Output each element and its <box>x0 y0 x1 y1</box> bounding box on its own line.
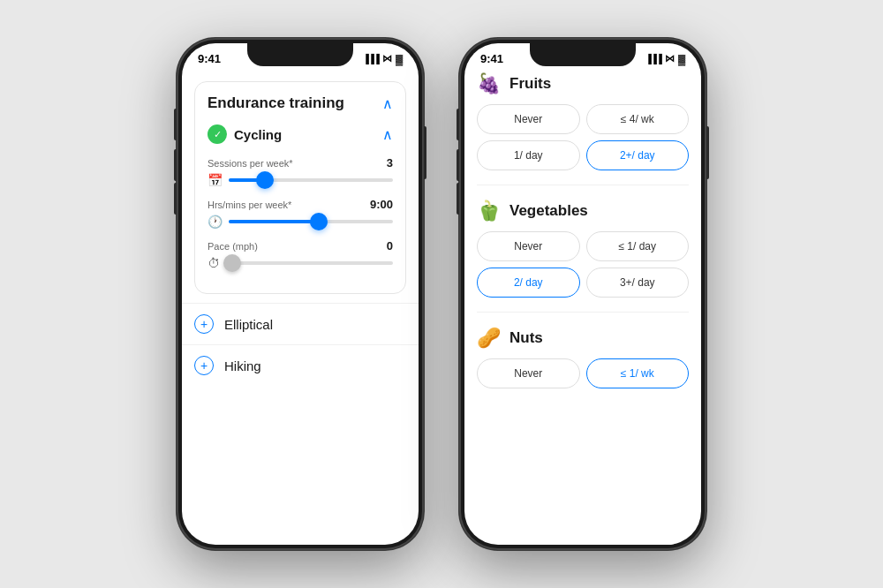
pace-track-row: ⏱ <box>208 256 393 270</box>
sessions-track-row: 📅 <box>208 173 393 187</box>
phone-1: 9:41 ▐▐▐ ⋈ ▓ Endurance training ∧ <box>177 38 424 550</box>
fruits-grid: Never ≤ 4/ wk 1/ day 2+/ day <box>477 104 689 170</box>
calendar-icon: 📅 <box>208 173 222 187</box>
time-2: 9:41 <box>480 52 503 65</box>
divider-2 <box>477 312 689 313</box>
nuts-header: 🥜 Nuts <box>477 327 689 350</box>
veg-2day-btn[interactable]: 2/ day <box>477 268 580 298</box>
divider-1 <box>477 185 689 185</box>
fruits-header: 🍇 Fruits <box>477 72 689 95</box>
hrsmins-value: 9:00 <box>370 198 393 211</box>
wifi-icon: ⋈ <box>382 53 392 64</box>
food-screen: 🍇 Fruits Never ≤ 4/ wk 1/ day 2+/ day <box>464 72 701 403</box>
chevron-up-icon[interactable]: ∧ <box>382 95 393 112</box>
pace-label: Pace (mph) <box>208 241 258 252</box>
hrsmins-label: Hrs/mins per week* <box>208 200 291 210</box>
screen-content-1: Endurance training ∧ ✓ Cycling ∧ <box>182 69 419 533</box>
signal-icon-2: ▐▐▐ <box>645 54 661 64</box>
vegetables-header: 🫑 Vegetables <box>477 200 689 222</box>
cycling-left: ✓ Cycling <box>208 124 282 144</box>
nuts-title: Nuts <box>509 329 543 347</box>
fruits-icon: 🍇 <box>477 72 501 95</box>
wifi-icon-2: ⋈ <box>665 53 675 64</box>
nuts-never-btn[interactable]: Never <box>477 358 580 388</box>
hiking-item[interactable]: + Hiking <box>182 344 419 386</box>
fruits-never-btn[interactable]: Never <box>477 104 580 134</box>
clock-icon: 🕐 <box>208 215 222 229</box>
nuts-grid: Never ≤ 1/ wk <box>477 358 689 388</box>
hiking-label: Hiking <box>224 358 261 373</box>
speedometer-icon: ⏱ <box>208 256 222 270</box>
pace-track[interactable] <box>229 261 393 265</box>
pace-thumb <box>223 254 241 272</box>
screen-content-2: 🍇 Fruits Never ≤ 4/ wk 1/ day 2+/ day <box>464 69 701 533</box>
sessions-value: 3 <box>387 156 393 170</box>
battery-icon-2: ▓ <box>678 54 685 64</box>
hrsmins-fill <box>229 220 319 223</box>
fruits-section: 🍇 Fruits Never ≤ 4/ wk 1/ day 2+/ day <box>477 72 689 170</box>
fruits-title: Fruits <box>509 75 551 93</box>
add-hiking-icon: + <box>194 356 214 375</box>
veg-3plus-btn[interactable]: 3+/ day <box>586 268 690 298</box>
elliptical-item[interactable]: + Elliptical <box>182 303 419 344</box>
notch-2 <box>530 43 636 66</box>
nuts-1wk-btn[interactable]: ≤ 1/ wk <box>586 358 690 388</box>
card-title: Endurance training <box>208 94 344 112</box>
add-elliptical-icon: + <box>194 314 214 334</box>
sessions-slider-section: Sessions per week* 3 📅 <box>208 156 393 187</box>
vegetables-grid: Never ≤ 1/ day 2/ day 3+/ day <box>477 231 689 298</box>
fruits-4wk-btn[interactable]: ≤ 4/ wk <box>586 104 690 134</box>
cycling-header: ✓ Cycling ∧ <box>208 124 393 144</box>
status-icons-2: ▐▐▐ ⋈ ▓ <box>645 53 685 64</box>
hrsmins-slider-section: Hrs/mins per week* 9:00 🕐 <box>208 198 393 229</box>
notch-1 <box>247 43 353 66</box>
card-header: Endurance training ∧ <box>208 94 393 112</box>
sessions-thumb <box>256 171 274 189</box>
endurance-card: Endurance training ∧ ✓ Cycling ∧ <box>194 81 406 294</box>
phone-2: 9:41 ▐▐▐ ⋈ ▓ 🍇 Fruits <box>459 38 706 550</box>
hrsmins-track[interactable] <box>229 220 393 223</box>
hrsmins-row: Hrs/mins per week* 9:00 <box>208 198 393 211</box>
fruits-2plus-btn[interactable]: 2+/ day <box>586 140 690 170</box>
veg-1day-btn[interactable]: ≤ 1/ day <box>586 231 690 261</box>
hrsmins-track-row: 🕐 <box>208 215 393 229</box>
sessions-track[interactable] <box>229 178 393 182</box>
signal-icon: ▐▐▐ <box>363 54 379 64</box>
elliptical-label: Elliptical <box>224 317 273 332</box>
cycling-chevron-icon[interactable]: ∧ <box>382 126 393 143</box>
status-icons-1: ▐▐▐ ⋈ ▓ <box>363 53 403 64</box>
pace-row: Pace (mph) 0 <box>208 239 393 253</box>
time-1: 9:41 <box>198 52 221 65</box>
nuts-section: 🥜 Nuts Never ≤ 1/ wk <box>477 327 689 388</box>
battery-icon: ▓ <box>396 54 403 64</box>
nuts-icon: 🥜 <box>477 327 501 350</box>
vegetables-title: Vegetables <box>509 202 588 220</box>
fruits-1day-btn[interactable]: 1/ day <box>477 140 580 170</box>
sessions-label: Sessions per week* <box>208 158 293 169</box>
phone-2-screen: 9:41 ▐▐▐ ⋈ ▓ 🍇 Fruits <box>464 43 701 545</box>
cycling-label: Cycling <box>234 127 282 142</box>
hrsmins-thumb <box>310 213 328 230</box>
veg-never-btn[interactable]: Never <box>477 231 580 261</box>
phones-container: 9:41 ▐▐▐ ⋈ ▓ Endurance training ∧ <box>177 38 706 550</box>
sessions-row: Sessions per week* 3 <box>208 156 393 170</box>
vegetables-icon: 🫑 <box>477 200 501 222</box>
check-circle-icon: ✓ <box>208 124 227 144</box>
vegetables-section: 🫑 Vegetables Never ≤ 1/ day 2/ day 3+/ d… <box>477 200 689 298</box>
phone-1-screen: 9:41 ▐▐▐ ⋈ ▓ Endurance training ∧ <box>182 43 419 545</box>
pace-value: 0 <box>387 239 393 253</box>
pace-slider-section: Pace (mph) 0 ⏱ <box>208 239 393 270</box>
